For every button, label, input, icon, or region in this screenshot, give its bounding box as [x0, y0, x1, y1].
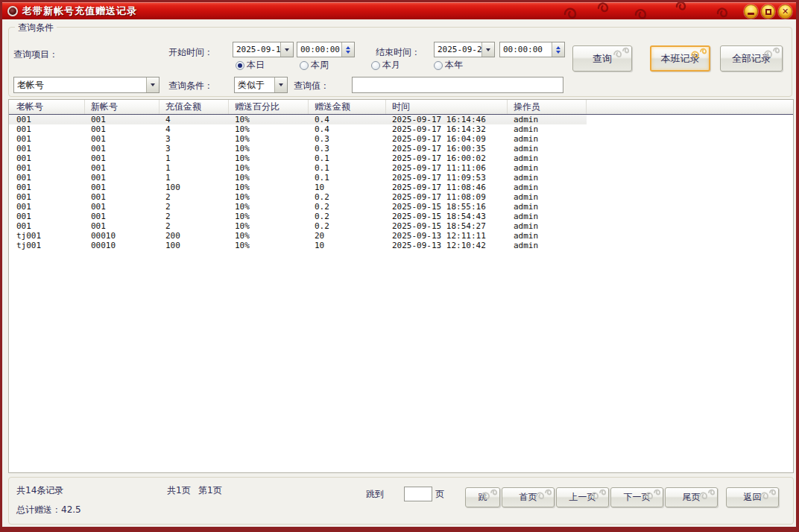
table-cell: admin	[508, 134, 587, 144]
column-header[interactable]: 老帐号	[9, 100, 85, 114]
window-title: 老带新帐号充值赠送记录	[22, 4, 137, 18]
table-row[interactable]: 001001110%0.12025-09-17 16:00:02admin	[9, 153, 793, 163]
table-cell: 4	[160, 124, 229, 134]
table-cell: 2025-09-15 18:55:16	[386, 202, 508, 212]
table-row[interactable]: 001001210%0.22025-09-15 18:54:27admin	[9, 221, 793, 231]
radio-option[interactable]: 本年	[434, 59, 479, 72]
table-row[interactable]: tj0010001010010%102025-09-13 12:10:42adm…	[9, 241, 793, 250]
radio-circle-icon[interactable]	[434, 61, 443, 70]
table-row[interactable]: 001001310%0.32025-09-17 16:04:09admin	[9, 134, 793, 144]
table-cell: 3	[160, 144, 229, 153]
table-row[interactable]: 001001410%0.42025-09-17 16:14:46admin	[9, 115, 587, 124]
table-row[interactable]: 001001110%0.12025-09-17 11:11:06admin	[9, 163, 793, 173]
column-header[interactable]: 新帐号	[85, 100, 160, 114]
column-header-filler	[587, 100, 793, 114]
condition-dropdown-icon[interactable]	[274, 77, 287, 92]
table-cell: 001	[9, 202, 85, 212]
pagination-buttons: 跳 首页 上一页 下一页 尾页 返回	[465, 487, 779, 507]
table-row[interactable]: tj0010001020010%202025-09-13 12:11:11adm…	[9, 231, 793, 241]
query-item-combobox[interactable]: 老帐号	[13, 77, 160, 93]
table-cell: 1	[160, 173, 229, 183]
start-time-spinner[interactable]: 00:00:00	[297, 42, 355, 57]
table-cell: 2025-09-17 11:11:06	[386, 163, 508, 173]
jump-page-input[interactable]	[404, 487, 432, 501]
column-header[interactable]: 充值金额	[160, 100, 229, 114]
table-cell: 001	[9, 124, 85, 134]
start-date-picker[interactable]: 2025-09-19	[233, 42, 294, 57]
end-time-spin-icon[interactable]	[552, 42, 564, 57]
page-unit-label: 页	[435, 488, 444, 501]
table-cell: tj001	[9, 231, 85, 241]
end-date-dropdown-icon[interactable]	[481, 42, 494, 57]
column-header[interactable]: 赠送金额	[309, 100, 386, 114]
table-cell: 001	[9, 221, 85, 231]
table-cell: 001	[85, 202, 160, 212]
radio-circle-icon[interactable]	[300, 61, 309, 70]
table-row[interactable]: 001001210%0.22025-09-15 18:55:16admin	[9, 202, 793, 212]
table-cell: 2025-09-17 16:00:02	[386, 153, 508, 163]
column-header[interactable]: 操作员	[508, 100, 587, 114]
table-cell: 200	[160, 231, 229, 241]
prev-page-button[interactable]: 上一页	[556, 487, 609, 507]
swirl-decoration-icon	[759, 489, 777, 501]
first-page-button[interactable]: 首页	[502, 487, 555, 507]
end-time-spinner[interactable]: 00:00:00	[499, 42, 565, 57]
radio-option[interactable]: 本日	[236, 59, 300, 72]
table-cell: 10%	[229, 134, 309, 144]
back-button[interactable]: 返回	[726, 487, 779, 507]
table-cell: 0.3	[309, 134, 386, 144]
table-cell: admin	[508, 144, 587, 153]
table-cell: 0.2	[309, 202, 386, 212]
all-records-button[interactable]: 全部记录	[720, 45, 783, 72]
query-value-input[interactable]	[352, 77, 563, 93]
title-bar[interactable]: 老带新帐号充值赠送记录 ✕	[2, 2, 796, 19]
table-cell: 0.4	[309, 115, 386, 124]
swirl-decoration-icon	[534, 489, 553, 501]
minimize-button[interactable]	[744, 4, 758, 19]
table-row[interactable]: 001001210%0.22025-09-15 18:54:43admin	[9, 212, 793, 221]
radio-option[interactable]: 本周	[300, 59, 371, 72]
table-row[interactable]: 001001410%0.42025-09-17 16:14:32admin	[9, 124, 793, 134]
radio-circle-icon[interactable]	[371, 61, 380, 70]
table-cell: 2025-09-15 18:54:43	[386, 212, 508, 221]
table-cell: 001	[9, 153, 85, 163]
table-cell: 1	[160, 153, 229, 163]
start-date-dropdown-icon[interactable]	[280, 42, 293, 57]
jump-button[interactable]: 跳	[465, 487, 500, 507]
table-cell: 001	[85, 134, 160, 144]
column-header[interactable]: 时间	[386, 100, 508, 114]
page-current-label: 第1页	[198, 484, 222, 497]
table-cell: 2025-09-13 12:10:42	[386, 241, 508, 250]
table-row[interactable]: 001001310%0.32025-09-17 16:00:35admin	[9, 144, 793, 153]
table-row[interactable]: 00100110010%102025-09-17 11:08:46admin	[9, 183, 793, 192]
column-header[interactable]: 赠送百分比	[229, 100, 309, 114]
swirl-decoration-icon	[762, 47, 781, 59]
minimize-icon	[748, 13, 754, 15]
table-cell: 10%	[229, 202, 309, 212]
table-cell: 2025-09-17 16:14:46	[386, 115, 508, 124]
table-cell: 10%	[229, 231, 309, 241]
end-date-picker[interactable]: 2025-09-20	[434, 42, 495, 57]
table-cell: 0.1	[309, 173, 386, 183]
radio-option[interactable]: 本月	[371, 59, 434, 72]
next-page-button[interactable]: 下一页	[610, 487, 663, 507]
swirl-decoration-icon	[643, 489, 662, 501]
table-cell: 001	[9, 115, 85, 124]
query-item-dropdown-icon[interactable]	[146, 77, 159, 92]
query-button[interactable]: 查询	[572, 45, 632, 72]
radio-circle-icon[interactable]	[236, 61, 244, 70]
table-cell: 3	[160, 134, 229, 144]
maximize-icon	[765, 9, 771, 15]
last-page-button[interactable]: 尾页	[665, 487, 718, 507]
shift-records-button[interactable]: 本班记录	[650, 45, 710, 72]
condition-combobox[interactable]: 类似于	[234, 77, 288, 93]
table-row[interactable]: 001001210%0.22025-09-17 11:08:09admin	[9, 192, 793, 202]
close-button[interactable]: ✕	[778, 4, 792, 19]
start-time-spin-icon[interactable]	[341, 42, 354, 57]
swirl-decoration-icon	[589, 489, 607, 501]
maximize-button[interactable]	[761, 4, 775, 19]
table-cell: 0.2	[309, 212, 386, 221]
table-cell: 10%	[229, 115, 309, 124]
table-row[interactable]: 001001110%0.12025-09-17 11:09:53admin	[9, 173, 793, 183]
table-cell: 10	[309, 183, 386, 192]
